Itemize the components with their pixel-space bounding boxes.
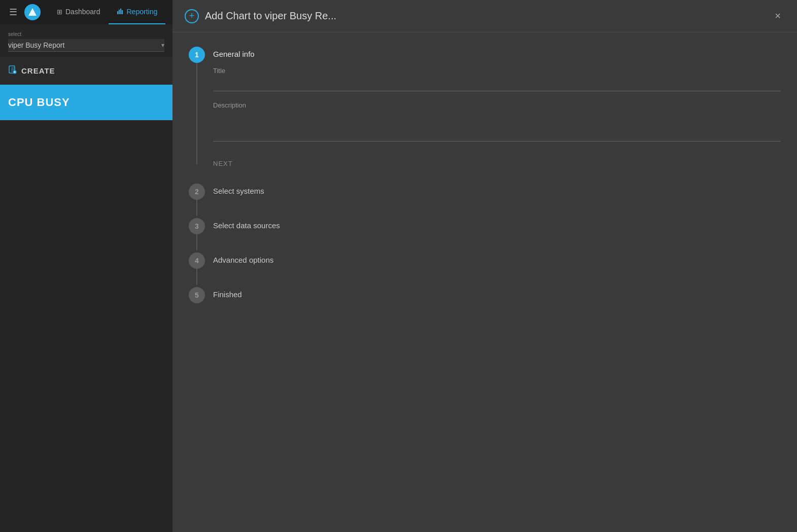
svg-rect-1 xyxy=(117,11,118,14)
create-button-label: CREATE xyxy=(21,66,55,75)
chart-area xyxy=(0,120,172,532)
overlay-title: Add Chart to viper Busy Re... xyxy=(205,10,765,22)
overlay-header: + Add Chart to viper Busy Re... × xyxy=(172,0,797,32)
step-4-content: Advanced options xyxy=(213,251,781,269)
left-panel: select viper Busy Report ▾ CREATE CPU BU… xyxy=(0,24,172,532)
nav-tabs: ⊞ Dashboard Reporting xyxy=(49,0,165,24)
step-5-content: Finished xyxy=(213,285,781,303)
left-panel-top: select viper Busy Report ▾ xyxy=(0,24,172,57)
overlay-panel: + Add Chart to viper Busy Re... × 1 Gene… xyxy=(172,0,797,532)
step-2-circle: 2 xyxy=(189,184,205,200)
svg-rect-3 xyxy=(120,9,121,14)
select-label: select xyxy=(8,31,164,37)
step-2-label: Select systems xyxy=(213,187,264,195)
main-layout: select viper Busy Report ▾ CREATE CPU BU… xyxy=(0,24,797,532)
step-2-row: 2 Select systems xyxy=(189,182,781,216)
step-5-label: Finished xyxy=(213,290,242,299)
cpu-busy-card[interactable]: CPU BUSY xyxy=(0,85,172,120)
step-4-circle: 4 xyxy=(189,253,205,269)
tab-reporting-label: Reporting xyxy=(127,8,158,16)
stepper: 1 General info Title Description xyxy=(172,32,797,315)
dashboard-icon: ⊞ xyxy=(57,8,62,16)
create-file-icon xyxy=(8,65,17,77)
svg-rect-4 xyxy=(122,10,123,14)
step-1-circle: 1 xyxy=(189,47,205,63)
report-selector-value: viper Busy Report xyxy=(8,41,64,49)
svg-marker-0 xyxy=(28,8,37,16)
app-logo[interactable] xyxy=(24,4,41,20)
add-chart-icon: + xyxy=(185,9,199,23)
step-1-title-row: General info xyxy=(213,45,781,63)
chevron-down-icon: ▾ xyxy=(161,42,164,49)
title-label: Title xyxy=(213,67,781,75)
step-5-circle: 5 xyxy=(189,287,205,303)
step-2-title-row: Select systems xyxy=(213,182,781,200)
next-button[interactable]: NEXT xyxy=(213,158,233,169)
step-5-row: 5 Finished xyxy=(189,285,781,303)
step-3-title-row: Select data sources xyxy=(213,216,781,234)
tab-dashboard[interactable]: ⊞ Dashboard xyxy=(49,0,109,24)
step-4-row: 4 Advanced options xyxy=(189,251,781,285)
step-4-title-row: Advanced options xyxy=(213,251,781,269)
description-input[interactable] xyxy=(213,111,781,141)
create-button[interactable]: CREATE xyxy=(0,57,172,85)
svg-rect-2 xyxy=(119,10,120,14)
step-1-content: General info Title Description NEXT xyxy=(213,45,781,182)
reporting-icon xyxy=(117,8,124,16)
hamburger-icon[interactable]: ☰ xyxy=(6,4,20,21)
step-3-row: 3 Select data sources xyxy=(189,216,781,251)
step-2-content: Select systems xyxy=(213,182,781,200)
step-3-circle: 3 xyxy=(189,218,205,234)
plus-symbol: + xyxy=(189,11,195,21)
report-selector[interactable]: viper Busy Report ▾ xyxy=(8,39,164,52)
step-3-content: Select data sources xyxy=(213,216,781,234)
cpu-card-label: CPU BUSY xyxy=(8,96,70,109)
step-1-row: 1 General info Title Description xyxy=(189,45,781,182)
description-field-group: Description xyxy=(213,101,781,144)
step-3-label: Select data sources xyxy=(213,221,280,230)
tab-dashboard-label: Dashboard xyxy=(65,8,100,16)
tab-reporting[interactable]: Reporting xyxy=(109,0,166,24)
close-button[interactable]: × xyxy=(771,8,785,24)
step-1-label: General info xyxy=(213,50,255,58)
title-field-group: Title xyxy=(213,67,781,91)
step-4-label: Advanced options xyxy=(213,256,273,264)
step-5-title-row: Finished xyxy=(213,285,781,303)
title-input[interactable] xyxy=(213,77,781,91)
step-1-expanded: Title Description NEXT xyxy=(213,63,781,182)
description-label: Description xyxy=(213,101,781,109)
